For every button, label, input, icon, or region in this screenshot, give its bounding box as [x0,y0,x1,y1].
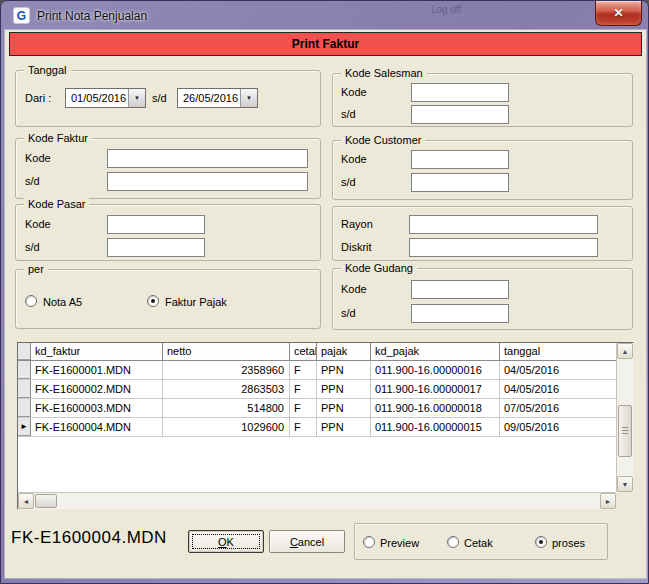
cell-cetak: F [290,418,317,436]
radio-cetak-label[interactable]: Cetak [464,537,493,549]
ok-button[interactable]: OK [188,530,264,553]
horizontal-scrollbar[interactable]: ◄ ► [18,492,616,509]
dari-label: Dari : [25,92,51,104]
diskrit-label: Diskrit [341,241,372,253]
cell-netto: 2863503 [163,380,290,398]
date-from-value: 01/05/2016 [66,89,128,107]
cell-pajak: PPN [317,380,371,398]
customer-sd-input[interactable] [411,173,509,192]
radio-preview[interactable] [363,536,375,548]
col-header-kd-faktur[interactable]: kd_faktur [31,343,163,360]
scroll-down-icon: ▼ [622,481,629,488]
faktur-sd-input[interactable] [107,172,308,191]
scrollbar-corner [616,492,633,509]
cell-tanggal: 04/05/2016 [500,361,616,379]
close-button[interactable]: ✕ [595,1,642,26]
cell-kd-faktur: FK-E1600004.MDN [31,418,163,436]
app-icon: G [13,7,30,24]
group-tanggal: Tanggal [15,70,321,127]
group-kode-gudang-caption: Kode Gudang [341,261,417,275]
radio-preview-label[interactable]: Preview [380,537,419,549]
radio-nota-a5[interactable] [25,295,37,307]
scroll-down-button[interactable]: ▼ [617,476,633,492]
gudang-sd-input[interactable] [411,304,509,323]
customer-sd-label: s/d [341,176,356,188]
rayon-input[interactable] [409,215,598,234]
cell-netto: 1029600 [163,418,290,436]
gudang-kode-input[interactable] [411,280,509,299]
vertical-scrollbar-thumb[interactable] [618,405,632,457]
dialog-client-area: Print Faktur Tanggal Dari : 01/05/2016 ▼… [5,30,646,578]
customer-kode-input[interactable] [411,150,509,169]
col-header-tanggal[interactable]: tanggal [500,343,616,360]
cell-kd-pajak: 011.900-16.00000018 [371,399,500,417]
gudang-sd-label: s/d [341,307,356,319]
radio-faktur-pajak[interactable] [147,295,159,307]
group-per-caption: per [24,262,48,276]
table-row[interactable]: FK-E1600002.MDN 2863503 F PPN 011.900-16… [18,380,616,399]
chevron-down-icon: ▼ [246,95,252,101]
current-row-pointer-icon[interactable]: ► [18,418,31,436]
cancel-button-label-accel: C [290,536,298,548]
group-kode-pasar-caption: Kode Pasar [24,197,89,211]
date-to-dropdown[interactable]: 26/05/2016 ▼ [177,88,258,108]
table-row[interactable]: FK-E1600003.MDN 514800 F PPN 011.900-16.… [18,399,616,418]
salesman-sd-input[interactable] [411,105,509,124]
col-header-kd-pajak[interactable]: kd_pajak [371,343,500,360]
window-title: Print Nota Penjualan [37,9,147,23]
faktur-sd-label: s/d [25,175,40,187]
chevron-down-icon: ▼ [134,95,140,101]
customer-kode-label: Kode [341,153,367,165]
title-bar[interactable]: G Print Nota Penjualan Log off ✕ [1,1,648,30]
tanggal-sd-label: s/d [152,92,167,104]
table-row[interactable]: FK-E1600001.MDN 2358960 F PPN 011.900-16… [18,361,616,380]
rayon-label: Rayon [341,218,373,230]
row-selector[interactable] [18,380,31,398]
pasar-sd-label: s/d [25,241,40,253]
col-header-netto[interactable]: netto [163,343,290,360]
radio-proses[interactable] [535,536,547,548]
table-row-current[interactable]: ► FK-E1600004.MDN 1029600 F PPN 011.900-… [18,418,616,437]
cancel-button[interactable]: Cancel [269,530,345,553]
banner-title: Print Faktur [292,37,359,51]
row-selector[interactable] [18,361,31,379]
gudang-kode-label: Kode [341,283,367,295]
faktur-kode-input[interactable] [107,149,308,168]
row-selector[interactable] [18,399,31,417]
cell-kd-faktur: FK-E1600001.MDN [31,361,163,379]
date-from-dropdown-button[interactable]: ▼ [128,89,145,107]
ok-button-focus-rect [192,534,260,549]
cell-kd-pajak: 011.900-16.00000016 [371,361,500,379]
cell-tanggal: 09/05/2016 [500,418,616,436]
cell-netto: 2358960 [163,361,290,379]
faktur-kode-label: Kode [25,152,51,164]
scroll-up-button[interactable]: ▲ [617,343,633,359]
col-header-pajak[interactable]: pajak [317,343,371,360]
radio-proses-label[interactable]: proses [552,537,585,549]
group-kode-customer-caption: Kode Customer [341,133,425,147]
scroll-right-icon: ► [605,498,612,505]
radio-cetak[interactable] [447,536,459,548]
date-from-dropdown[interactable]: 01/05/2016 ▼ [65,88,146,108]
radio-faktur-pajak-label[interactable]: Faktur Pajak [165,296,227,308]
cell-pajak: PPN [317,418,371,436]
pasar-kode-input[interactable] [107,215,205,234]
horizontal-scrollbar-thumb[interactable] [35,494,57,508]
radio-nota-a5-label[interactable]: Nota A5 [43,296,82,308]
print-faktur-banner: Print Faktur [9,32,642,56]
cell-cetak: F [290,361,317,379]
cell-kd-faktur: FK-E1600002.MDN [31,380,163,398]
vertical-scrollbar[interactable]: ▲ ▼ [616,343,633,492]
group-kode-faktur-caption: Kode Faktur [24,131,92,145]
print-nota-penjualan-window: G Print Nota Penjualan Log off ✕ Print F… [0,0,649,584]
pasar-sd-input[interactable] [107,238,205,257]
salesman-kode-input[interactable] [411,83,509,102]
col-header-cetak[interactable]: cetak [290,343,317,360]
date-to-dropdown-button[interactable]: ▼ [240,89,257,107]
scroll-left-button[interactable]: ◄ [18,493,34,509]
faktur-grid: kd_faktur netto cetak pajak kd_pajak tan… [18,343,616,492]
diskrit-input[interactable] [409,238,598,257]
scroll-right-button[interactable]: ► [600,493,616,509]
background-logoff-ghost-text: Log off [431,4,461,15]
header-selector-cell [18,343,31,360]
